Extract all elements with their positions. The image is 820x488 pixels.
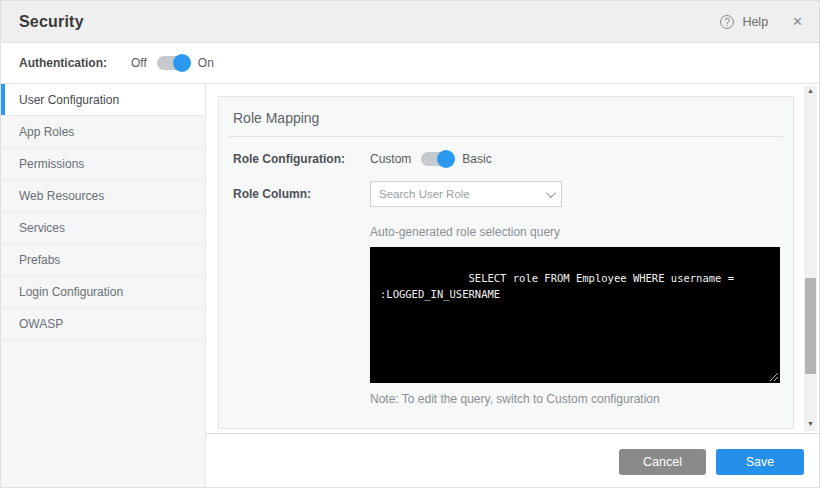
panel-title: Role Mapping [219,97,793,136]
role-column-label: Role Column: [233,187,370,201]
scrollbar-thumb[interactable] [805,278,816,374]
help-link[interactable]: Help [742,15,768,29]
sidebar-item-label: Login Configuration [19,285,123,299]
close-icon[interactable]: ✕ [788,12,807,31]
auth-off-label: Off [131,56,147,70]
sidebar-item-label: Services [19,221,65,235]
resize-handle-icon[interactable] [768,371,778,381]
role-configuration-toggle[interactable] [421,152,452,166]
query-label: Auto-generated role selection query [370,225,780,239]
role-configuration-row: Role Configuration: Custom Basic [233,152,793,166]
sidebar-item-label: Prefabs [19,253,60,267]
sidebar-item-services[interactable]: Services [1,212,205,244]
role-configuration-label: Role Configuration: [233,152,370,166]
vertical-scrollbar[interactable]: ▲ ▼ [804,86,817,431]
auth-on-label: On [198,56,214,70]
dialog-footer: Cancel Save [206,433,819,488]
role-configuration-toggle-group: Custom Basic [370,152,492,166]
role-selection-query-textarea[interactable]: SELECT role FROM Employee WHERE username… [370,247,780,383]
sidebar-item-label: App Roles [19,125,74,139]
sidebar-item-user-configuration[interactable]: User Configuration [1,84,205,116]
header-actions: ? Help ✕ [720,12,807,31]
sidebar-item-label: Web Resources [19,189,104,203]
sidebar-item-label: User Configuration [19,93,119,107]
custom-label: Custom [370,152,411,166]
query-note: Note: To edit the query, switch to Custo… [370,392,780,406]
scroll-up-icon[interactable]: ▲ [807,86,814,98]
role-mapping-panel: Role Mapping Role Configuration: Custom … [218,96,794,429]
role-column-select[interactable] [370,181,562,207]
save-button[interactable]: Save [716,449,804,475]
panel-divider [229,136,783,137]
query-sql-text: SELECT role FROM Employee WHERE username… [380,272,740,300]
sidebar-item-app-roles[interactable]: App Roles [1,116,205,148]
sidebar-item-login-configuration[interactable]: Login Configuration [1,276,205,308]
security-dialog: Security ? Help ✕ Authentication: Off On… [0,0,820,488]
page-title: Security [19,13,84,31]
toggle-knob[interactable] [173,54,191,72]
toggle-knob[interactable] [437,150,455,168]
basic-label: Basic [462,152,491,166]
role-column-search-input[interactable] [379,188,546,200]
sidebar-item-web-resources[interactable]: Web Resources [1,180,205,212]
authentication-toggle[interactable] [157,56,188,70]
sidebar-item-prefabs[interactable]: Prefabs [1,244,205,276]
authentication-label: Authentication: [19,56,107,70]
cancel-button[interactable]: Cancel [619,449,706,475]
sidebar-item-label: OWASP [19,317,63,331]
dialog-header: Security ? Help ✕ [1,1,819,43]
sidebar-item-permissions[interactable]: Permissions [1,148,205,180]
sidebar-item-label: Permissions [19,157,84,171]
chevron-down-icon[interactable] [546,188,556,198]
sidebar: User Configuration App Roles Permissions… [1,84,206,488]
query-block: Auto-generated role selection query SELE… [370,225,780,406]
main-content: Role Mapping Role Configuration: Custom … [206,84,819,433]
help-icon[interactable]: ? [720,15,734,29]
authentication-bar: Authentication: Off On [1,43,819,84]
role-column-row: Role Column: [233,181,793,207]
sidebar-item-owasp[interactable]: OWASP [1,308,205,340]
dialog-body: User Configuration App Roles Permissions… [1,84,819,488]
content-column: Role Mapping Role Configuration: Custom … [206,84,819,488]
scroll-down-icon[interactable]: ▼ [807,419,814,431]
